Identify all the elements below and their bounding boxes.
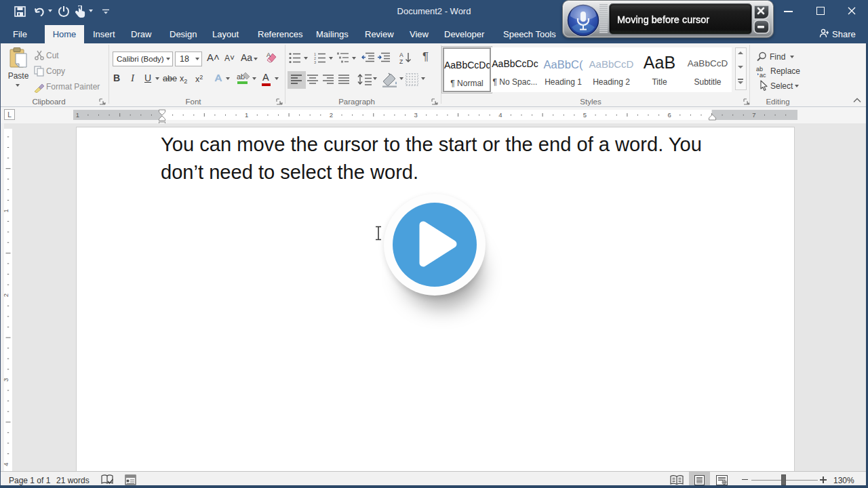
svg-text:6: 6 (668, 111, 671, 119)
svg-text:3: 3 (414, 111, 417, 119)
svg-text:Moving before cursor: Moving before cursor (617, 14, 709, 25)
svg-text:4: 4 (2, 462, 9, 466)
svg-text:4: 4 (498, 111, 502, 119)
svg-text:1: 1 (2, 209, 9, 212)
svg-text:1: 1 (245, 111, 248, 119)
svg-text:7: 7 (752, 111, 755, 119)
svg-text:A: A (399, 52, 403, 58)
svg-text:1: 1 (76, 111, 79, 119)
svg-text:3: 3 (314, 60, 316, 64)
svg-text:ab: ab (237, 73, 245, 81)
svg-text:5: 5 (583, 111, 587, 119)
svg-text:2: 2 (2, 293, 9, 297)
svg-text:A: A (267, 52, 271, 58)
svg-text:2: 2 (330, 111, 333, 119)
svg-text:ac: ac (760, 72, 766, 79)
svg-text:3: 3 (2, 378, 9, 382)
svg-text:Z: Z (399, 58, 403, 64)
